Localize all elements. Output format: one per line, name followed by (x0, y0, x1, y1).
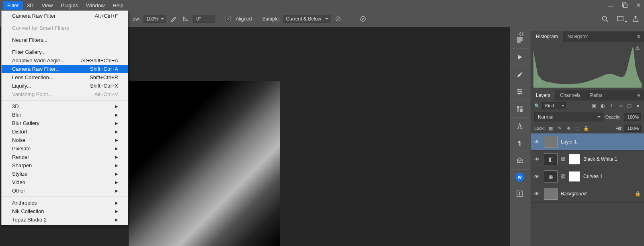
tab-navigator[interactable]: Navigator (563, 31, 593, 42)
info-icon[interactable] (515, 189, 525, 199)
search-small-icon: 🔍 (534, 103, 540, 109)
layer-row[interactable]: 👁◧⛓Black & White 1 (531, 151, 644, 168)
layer-thumb[interactable] (544, 188, 558, 200)
ignore-adjustment-icon[interactable] (334, 14, 343, 23)
fill-field[interactable]: 100% (624, 125, 641, 132)
styles-icon[interactable] (515, 104, 525, 114)
blend-mode-combo[interactable]: Normal (534, 113, 603, 121)
tab-paths[interactable]: Paths (585, 90, 607, 100)
tab-channels[interactable]: Channels (555, 90, 585, 100)
libraries-icon[interactable] (515, 156, 525, 166)
brush-icon[interactable] (515, 69, 525, 80)
layer-name: Curves 1 (583, 174, 603, 179)
plugin-w-icon[interactable]: w (515, 173, 524, 182)
menu-item-nik-collection[interactable]: Nik Collection▶ (2, 207, 128, 215)
menu-item-camera-raw-filter[interactable]: Camera Raw Filter...Shift+Ctrl+A (2, 65, 128, 73)
paragraph-icon[interactable]: ¶ (515, 138, 525, 149)
close-button[interactable]: ✕ (634, 1, 642, 9)
visibility-icon[interactable]: 👁 (534, 174, 541, 180)
filter-adjust-icon[interactable]: ◐ (600, 103, 605, 109)
menu-help[interactable]: Help (109, 1, 127, 10)
filter-pixel-icon[interactable]: ▣ (591, 103, 597, 109)
menu-item-video[interactable]: Video▶ (2, 178, 128, 187)
menu-item-sharpen[interactable]: Sharpen▶ (2, 161, 128, 170)
menu-item-topaz-studio-2[interactable]: Topaz Studio 2▶ (2, 215, 128, 224)
menu-item-other[interactable]: Other▶ (2, 187, 128, 195)
search-icon[interactable] (601, 14, 609, 23)
adjustment-thumb[interactable]: ▦ (544, 170, 558, 182)
svg-rect-19 (520, 106, 523, 109)
layer-row[interactable]: 👁Layer 1 (531, 133, 644, 151)
layer-row[interactable]: 👁Background🔒 (531, 185, 644, 203)
lock-artboard-icon[interactable]: ▢ (574, 125, 580, 131)
menu-item-pixelate[interactable]: Pixelate▶ (2, 144, 128, 153)
lock-position-icon[interactable]: ✥ (566, 125, 571, 131)
menu-item-render[interactable]: Render▶ (2, 153, 128, 161)
menu-item-blur[interactable]: Blur▶ (2, 111, 128, 119)
menu-3d[interactable]: 3D (23, 1, 38, 10)
layer-row[interactable]: 👁▦⛓Curves 1 (531, 168, 644, 185)
visibility-icon[interactable]: 👁 (534, 191, 541, 197)
link-icon[interactable]: ⛓ (561, 174, 566, 179)
svg-rect-11 (517, 41, 521, 43)
minimize-button[interactable]: — (607, 1, 615, 9)
lock-transparency-icon[interactable]: ▩ (548, 125, 554, 131)
adjustments-icon[interactable] (515, 86, 525, 97)
screen-mode-icon[interactable] (616, 14, 625, 23)
filter-shape-icon[interactable]: ▭ (617, 103, 623, 109)
flow-combo[interactable]: 100% (144, 15, 166, 23)
menu-filter[interactable]: Filter (3, 1, 23, 10)
menu-item-stylize[interactable]: Stylize▶ (2, 170, 128, 178)
menu-item-adaptive-wide-angle[interactable]: Adaptive Wide Angle...Alt+Shift+Ctrl+A (2, 56, 128, 65)
properties-icon[interactable] (515, 35, 525, 45)
visibility-icon[interactable]: 👁 (534, 139, 541, 145)
opacity-field[interactable]: 100% (624, 113, 641, 121)
menu-item-liquify[interactable]: Liquify...Shift+Ctrl+X (2, 82, 128, 90)
histogram-chart (533, 44, 642, 88)
menu-item-filter-gallery[interactable]: Filter Gallery... (2, 48, 128, 56)
play-icon[interactable] (515, 52, 525, 62)
lock-icon[interactable]: 🔒 (635, 191, 641, 197)
adjustment-thumb[interactable]: ◧ (544, 153, 558, 165)
visibility-icon[interactable]: 👁 (534, 156, 541, 162)
menu-item-lens-correction[interactable]: Lens Correction...Shift+Ctrl+R (2, 73, 128, 82)
menu-item-3d[interactable]: 3D▶ (2, 102, 128, 111)
layer-mask-thumb[interactable] (569, 154, 580, 164)
share-icon[interactable] (631, 14, 640, 23)
filter-smart-icon[interactable]: ▢ (626, 103, 632, 109)
layer-kind-combo[interactable]: Kind (542, 102, 566, 109)
menu-view[interactable]: View (38, 1, 57, 10)
maximize-button[interactable] (621, 1, 629, 9)
menu-item-distort[interactable]: Distort▶ (2, 127, 128, 136)
tab-layers[interactable]: Layers (531, 90, 555, 100)
svg-rect-21 (520, 109, 523, 112)
filter-type-icon[interactable]: T (609, 103, 614, 109)
menu-item-blur-gallery[interactable]: Blur Gallery▶ (2, 119, 128, 127)
layer-mask-thumb[interactable] (569, 171, 580, 182)
layer-thumb[interactable] (544, 136, 558, 148)
lock-all-icon[interactable]: 🔒 (583, 125, 589, 131)
airbrush-icon[interactable] (169, 14, 178, 23)
pressure-size-icon[interactable] (359, 14, 367, 23)
histogram-panel-menu-icon[interactable]: ≡ (633, 31, 644, 42)
layers-panel-menu-icon[interactable]: ≡ (633, 90, 644, 100)
menu-item-anthropics[interactable]: Anthropics▶ (2, 199, 128, 207)
tab-histogram[interactable]: Histogram (531, 31, 563, 42)
filter-toggle-icon[interactable]: ● (635, 103, 641, 109)
aligned-checkbox[interactable] (226, 16, 231, 21)
menu-item-camera-raw-filter[interactable]: Camera Raw FilterAlt+Ctrl+F (2, 12, 128, 20)
svg-point-6 (603, 16, 607, 20)
angle-icon[interactable] (181, 14, 190, 23)
histogram-warning-icon[interactable]: ⚠ (635, 45, 640, 51)
sample-combo[interactable]: Current & Below (283, 15, 330, 23)
lock-pixels-icon[interactable]: ✎ (557, 125, 562, 131)
layers-panel-tabs: Layers Channels Paths ≡ (531, 90, 644, 100)
menu-plugins[interactable]: Plugins (57, 1, 82, 10)
character-icon[interactable]: A (515, 121, 525, 131)
menu-item-neural-filters[interactable]: Neural Filters... (2, 36, 128, 44)
document-image (129, 81, 280, 246)
link-icon[interactable]: ⛓ (561, 156, 566, 162)
menu-item-noise[interactable]: Noise▶ (2, 136, 128, 144)
angle-field[interactable]: 0° (193, 15, 215, 23)
menu-window[interactable]: Window (82, 1, 109, 10)
